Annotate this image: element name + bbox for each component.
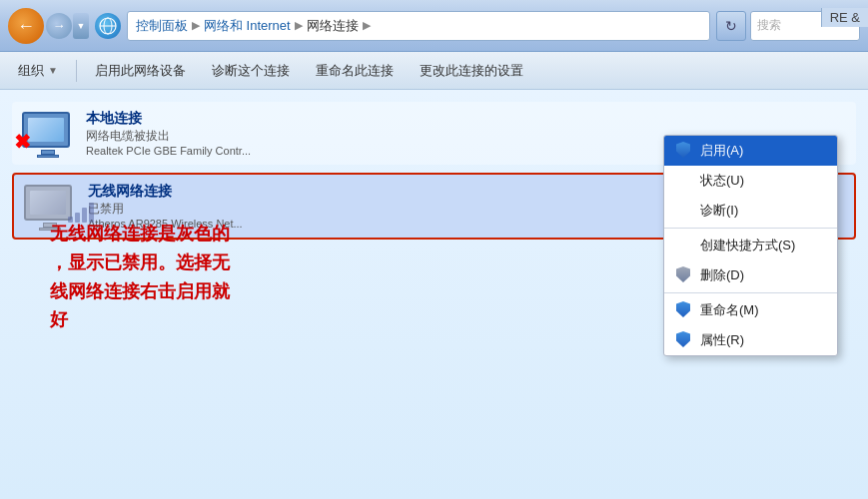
ctx-shortcut-item[interactable]: 创建快捷方式(S) xyxy=(664,231,837,260)
rename-button[interactable]: 重命名此连接 xyxy=(306,57,404,85)
annotation-line-1: 无线网络连接是灰色的 xyxy=(50,220,230,249)
ctx-diagnose-item[interactable]: 诊断(I) xyxy=(664,196,837,226)
enable-device-button[interactable]: 启用此网络设备 xyxy=(85,57,196,85)
breadcrumb-sep-3: ▶ xyxy=(363,19,371,32)
globe-icon xyxy=(95,13,121,39)
ctx-enable-item[interactable]: 启用(A) xyxy=(664,136,837,166)
search-placeholder: 搜索 xyxy=(757,17,781,34)
breadcrumb-sep-2: ▶ xyxy=(295,19,303,32)
ctx-separator-2 xyxy=(664,292,837,293)
back-arrow-icon: ← xyxy=(17,17,35,35)
breadcrumb-controlpanel[interactable]: 控制面板 xyxy=(136,17,188,35)
context-menu: 启用(A) 状态(U) 诊断(I) 创建快捷方式(S) 删除(D) xyxy=(663,135,838,356)
forward-button[interactable]: → xyxy=(46,13,72,39)
organize-dropdown-icon: ▼ xyxy=(48,65,58,76)
monitor-base xyxy=(37,155,59,158)
breadcrumb-network-internet[interactable]: 网络和 Internet xyxy=(204,17,291,35)
local-connection-name: 本地连接 xyxy=(86,110,846,128)
monitor-screen xyxy=(28,118,64,142)
annotation-text: 无线网络连接是灰色的 ，显示已禁用。选择无 线网络连接右击启用就 好 xyxy=(50,220,230,334)
ctx-status-item[interactable]: 状态(U) xyxy=(664,166,837,196)
ctx-properties-label: 属性(R) xyxy=(700,331,825,349)
breadcrumb-bar: 控制面板 ▶ 网络和 Internet ▶ 网络连接 ▶ xyxy=(127,11,710,41)
forward-arrow-icon: → xyxy=(53,18,66,33)
back-button[interactable]: ← xyxy=(8,8,44,44)
ctx-shortcut-label: 创建快捷方式(S) xyxy=(700,237,825,254)
disconnected-x-icon: ✖ xyxy=(14,132,31,152)
toolbar-separator-1 xyxy=(76,60,77,82)
main-area: ✖ 本地连接 网络电缆被拔出 Realtek PCIe GBE Family C… xyxy=(0,90,868,499)
breadcrumb-network-connections: 网络连接 xyxy=(307,17,359,35)
ctx-properties-item[interactable]: 属性(R) xyxy=(664,325,837,355)
local-connection-icon-wrapper: ✖ xyxy=(22,112,74,156)
annotation-line-4: 好 xyxy=(50,305,230,334)
annotation-line-3: 线网络连接右击启用就 xyxy=(50,277,230,306)
breadcrumb-sep-1: ▶ xyxy=(192,19,200,32)
ctx-separator-1 xyxy=(664,228,837,229)
refresh-icon: ↻ xyxy=(725,18,737,34)
shield-enable-icon xyxy=(676,142,692,160)
ctx-rename-item[interactable]: 重命名(M) xyxy=(664,295,837,325)
organize-button[interactable]: 组织 ▼ xyxy=(8,57,68,85)
topright-label: RE & xyxy=(821,8,868,27)
title-bar: ← → ▼ 控制面板 ▶ 网络和 Internet ▶ 网络连接 ▶ ↻ 搜索 … xyxy=(0,0,868,52)
ctx-delete-item[interactable]: 删除(D) xyxy=(664,260,837,290)
refresh-button[interactable]: ↻ xyxy=(716,11,746,41)
shield-delete-icon xyxy=(676,266,692,284)
ctx-delete-label: 删除(D) xyxy=(700,266,825,284)
change-settings-button[interactable]: 更改此连接的设置 xyxy=(410,57,533,85)
ctx-diagnose-label: 诊断(I) xyxy=(700,202,825,220)
dropdown-icon: ▼ xyxy=(77,21,86,31)
wireless-monitor-icon xyxy=(24,185,72,221)
ctx-status-label: 状态(U) xyxy=(700,172,825,190)
ctx-enable-label: 启用(A) xyxy=(700,142,825,160)
wireless-monitor-screen xyxy=(30,191,66,215)
shield-rename-icon xyxy=(676,301,692,319)
nav-dropdown-button[interactable]: ▼ xyxy=(73,13,89,39)
annotation-line-2: ，显示已禁用。选择无 xyxy=(50,249,230,277)
toolbar: 组织 ▼ 启用此网络设备 诊断这个连接 重命名此连接 更改此连接的设置 xyxy=(0,52,868,90)
diagnose-button[interactable]: 诊断这个连接 xyxy=(202,57,300,85)
ctx-rename-label: 重命名(M) xyxy=(700,301,825,319)
shield-properties-icon xyxy=(676,331,692,349)
